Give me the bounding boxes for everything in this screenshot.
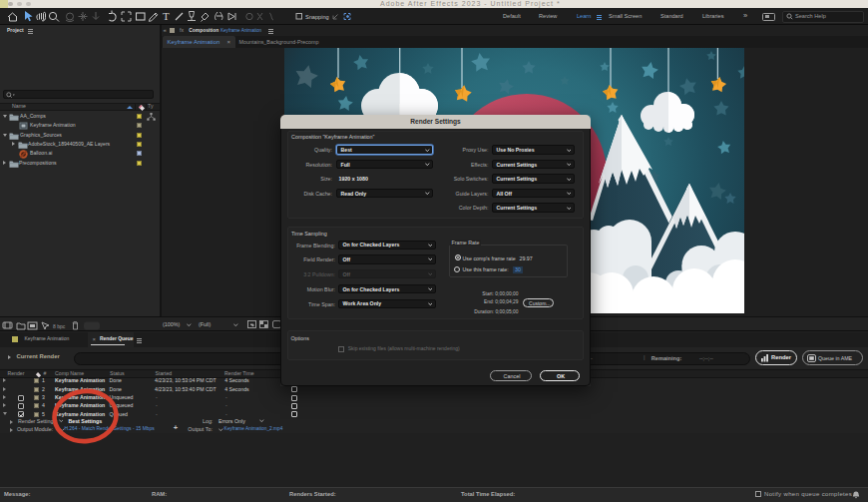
svg-text:Snapping: Snapping	[305, 14, 329, 20]
svg-text:T: T	[163, 10, 170, 22]
svg-text:8 bpc: 8 bpc	[53, 323, 66, 329]
